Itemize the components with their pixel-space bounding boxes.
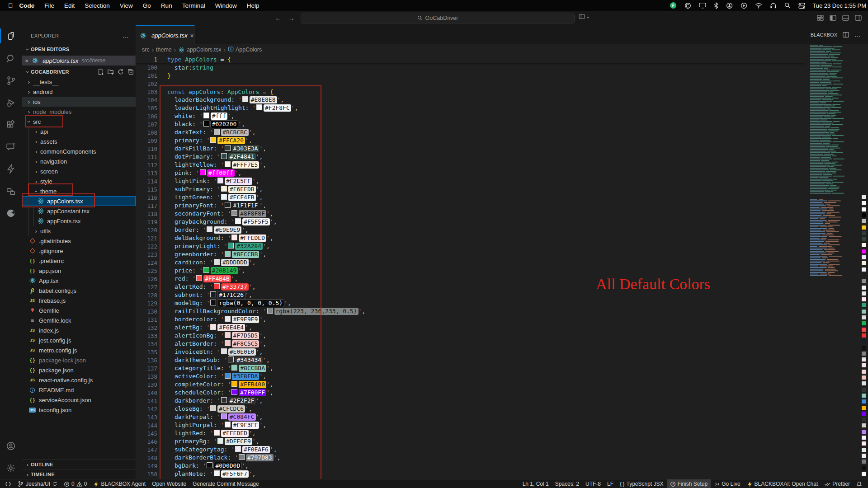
tree-item-assets[interactable]: ›assets <box>22 136 136 146</box>
code-line[interactable]: 100 star:string <box>136 63 805 71</box>
wifi-icon[interactable] <box>755 3 762 9</box>
color-swatch[interactable] <box>242 96 248 102</box>
code-line[interactable]: 144lightPurpal: '#F9F3FF', <box>136 421 805 429</box>
collapse-all-icon[interactable] <box>127 69 134 75</box>
tree-item-utils[interactable]: ›utils <box>22 226 136 236</box>
menu-item-file[interactable]: File <box>39 2 59 9</box>
generate-commit-message-button[interactable]: Generate Commit Message <box>189 479 262 488</box>
code-line[interactable]: 124cardicon: '#DDDDDD', <box>136 258 805 267</box>
color-swatch[interactable] <box>221 413 227 419</box>
code-line[interactable]: 132alertBg: '#F6E4E4', <box>136 324 805 332</box>
breadcrumb[interactable]: src›theme›appColors.tsx›AppColors <box>136 44 868 55</box>
code-line[interactable]: 137categoryTitle: '#8CCBBA', <box>136 364 805 372</box>
code-line[interactable]: 121delBackground: '#FFEDED', <box>136 234 805 242</box>
menu-item-edit[interactable]: Edit <box>59 2 80 9</box>
editor-more-actions-icon[interactable]: … <box>854 31 861 38</box>
code-line[interactable]: 103const appColors: AppColors = { <box>136 88 805 96</box>
tree-item-app-json[interactable]: { }app.json <box>22 266 136 276</box>
tree-item-app-tsx[interactable]: App.tsx <box>22 276 136 286</box>
layout-dropdown[interactable]: ⌄ <box>579 14 590 19</box>
color-swatch[interactable] <box>214 129 220 135</box>
code-line[interactable]: 114lightPink: '#F2E5FF', <box>136 177 805 185</box>
green-app-icon[interactable] <box>670 2 677 9</box>
tree-item-serviceaccount-json[interactable]: { }serviceAccount.json <box>22 395 136 405</box>
code-line[interactable]: 110darkFillBar: '#303E3A', <box>136 145 805 153</box>
color-swatch[interactable] <box>214 283 220 289</box>
color-swatch[interactable] <box>228 243 234 249</box>
tree-item-index-js[interactable]: JSindex.js <box>22 325 136 335</box>
command-center-search[interactable]: GoCabDriver <box>301 13 575 23</box>
color-swatch[interactable] <box>217 438 223 444</box>
code-line[interactable]: 112lightYellow: '#FFF7E5', <box>136 161 805 169</box>
nav-back-icon[interactable]: ← <box>275 14 282 22</box>
creative-cloud-icon[interactable] <box>684 2 691 9</box>
code-line[interactable]: 150planNote: '#F5F6F7', <box>136 470 805 478</box>
code-line[interactable]: 102 <box>136 80 805 88</box>
color-swatch[interactable] <box>231 389 237 395</box>
tree-item-gemfile[interactable]: Gemfile <box>22 305 136 315</box>
menu-clock[interactable]: Tue 23 Dec 1:55 PM <box>812 2 866 9</box>
tree-item-commoncomponents[interactable]: ›commonComponents <box>22 146 136 156</box>
code-line[interactable]: 116lightGreen: '#ECF4FB', <box>136 193 805 202</box>
code-line[interactable]: 105loaderLightHighlight: '#F2F8FC', <box>136 104 805 112</box>
tree-item-metro-config-js[interactable]: JSmetro.config.js <box>22 345 136 355</box>
activity-explorer-icon[interactable] <box>0 25 22 47</box>
activity-account-icon[interactable] <box>0 435 22 457</box>
code-line[interactable]: 149bgDark: '#0D0D0D', <box>136 462 805 470</box>
tree-item-gemfile-lock[interactable]: ≡Gemfile.lock <box>22 315 136 325</box>
play-circle-icon[interactable] <box>741 2 747 9</box>
prettier-status[interactable]: Prettier <box>821 479 853 488</box>
tree-item--prettierrc[interactable]: { }.prettierrc <box>22 256 136 266</box>
display-icon[interactable] <box>699 2 706 9</box>
tab-appcolors[interactable]: appColors.tsx × <box>136 25 195 45</box>
toggle-sidebar-icon[interactable] <box>830 14 836 21</box>
menu-item-go[interactable]: Go <box>138 2 156 9</box>
code-line[interactable]: 125price: '#20B149', <box>136 267 805 275</box>
color-swatch[interactable] <box>225 202 231 208</box>
code-line[interactable]: 133alertIconBg: '#F7D5D5', <box>136 332 805 340</box>
bluetooth-icon[interactable] <box>714 2 718 9</box>
tree-item-style[interactable]: ›style <box>22 176 136 186</box>
code-line[interactable]: 1type AppColors = { <box>136 55 805 63</box>
activity-extensions-icon[interactable] <box>0 113 22 136</box>
code-line[interactable]: 141darkborder: '#2F2F2F', <box>136 397 805 405</box>
color-swatch[interactable] <box>228 357 234 362</box>
activity-settings-gear-icon[interactable] <box>0 457 22 479</box>
color-swatch[interactable] <box>221 186 227 192</box>
activity-search-icon[interactable] <box>0 47 22 69</box>
code-line[interactable]: 115subPrimary: '#F6EFDB', <box>136 185 805 193</box>
menu-item-run[interactable]: Run <box>156 2 177 9</box>
code-line[interactable]: 138activeColor: '#3F8FDA', <box>136 372 805 380</box>
code-line[interactable]: 118secondaryFont: '#8F8F8F', <box>136 210 805 218</box>
code-line[interactable]: 108darkText: '#BCBCBC', <box>136 128 805 136</box>
code-line[interactable]: 107black: '#020200', <box>136 120 805 128</box>
code-line[interactable]: 123greenborder: '#8ECCBB', <box>136 250 805 258</box>
menu-app-name[interactable]: Code <box>14 2 40 9</box>
tree-item-node-modules[interactable]: ›node_modules <box>22 107 136 117</box>
breadcrumb-item-appcolors-tsx[interactable]: appColors.tsx <box>187 47 221 53</box>
tree-item-navigation[interactable]: ›navigation <box>22 156 136 166</box>
code-line[interactable]: 143darkPurpal: '#C084FC', <box>136 413 805 421</box>
color-swatch[interactable] <box>231 210 237 216</box>
minimap[interactable] <box>807 43 861 282</box>
activity-blackbox-logo-icon[interactable] <box>0 202 22 224</box>
notifications-bell[interactable] <box>853 479 865 488</box>
cursor-position[interactable]: Ln 1, Col 1 <box>519 479 552 488</box>
split-editor-icon[interactable] <box>843 32 849 38</box>
color-swatch[interactable] <box>214 259 220 265</box>
code-line[interactable]: 109primary: '#FFCA20', <box>136 136 805 145</box>
color-swatch[interactable] <box>267 308 273 314</box>
color-swatch[interactable] <box>225 161 231 167</box>
activity-source-control-icon[interactable] <box>0 69 22 91</box>
language-mode[interactable]: { }TypeScript JSX <box>617 479 666 488</box>
color-swatch[interactable] <box>210 291 216 297</box>
color-swatch[interactable] <box>210 137 216 143</box>
open-editor-item[interactable]: × appColors.tsx src/theme <box>22 56 136 66</box>
color-swatch[interactable] <box>221 153 227 159</box>
activity-chat-ai-icon[interactable] <box>0 136 22 158</box>
tree-item-firebase-js[interactable]: JSfirebase.js <box>22 296 136 305</box>
indentation[interactable]: Spaces: 2 <box>552 479 582 488</box>
color-swatch[interactable] <box>225 332 231 338</box>
go-live-button[interactable]: Go Live <box>711 479 743 488</box>
color-swatch[interactable] <box>203 267 209 273</box>
